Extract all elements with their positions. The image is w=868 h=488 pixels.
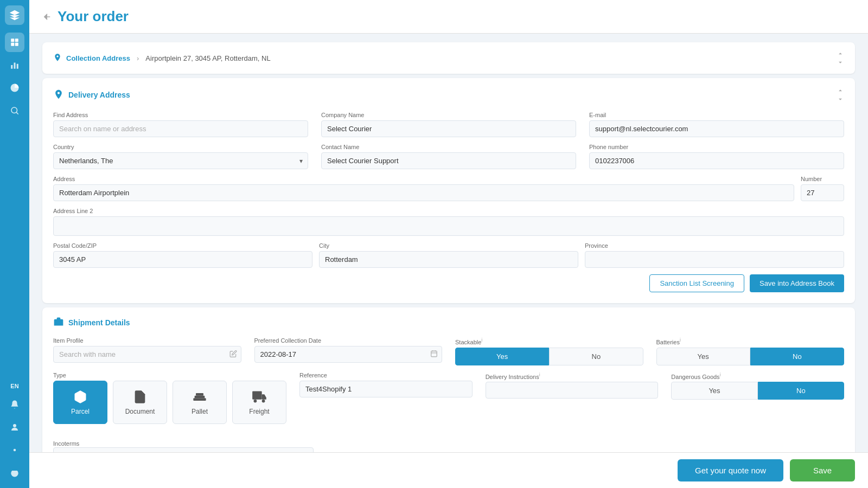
svg-rect-17: [195, 395, 205, 398]
sidebar-item-settings[interactable]: [5, 440, 24, 460]
collection-address-bar: Collection Address › Airportplein 27, 30…: [42, 42, 855, 74]
type-freight-button[interactable]: Freight: [232, 381, 286, 424]
svg-point-20: [254, 399, 257, 402]
address-group: Address: [53, 176, 794, 201]
type-document-button[interactable]: Document: [113, 381, 167, 424]
sidebar-item-home[interactable]: [5, 33, 24, 52]
main-content: Your order Collection Address › Airportp…: [29, 0, 868, 488]
delivery-expand-btn[interactable]: [837, 87, 844, 103]
back-button[interactable]: [42, 12, 52, 22]
delivery-instructions-input[interactable]: [486, 382, 659, 399]
language-selector[interactable]: EN: [10, 383, 18, 389]
company-name-input[interactable]: [321, 120, 576, 137]
dangerous-goods-group: Dangerous Goodsi Yes No: [671, 372, 844, 400]
province-input[interactable]: [585, 251, 844, 268]
batteries-label: Batteriesi: [656, 337, 845, 345]
save-button[interactable]: Save: [790, 459, 855, 481]
find-address-group: Find Address: [53, 112, 308, 137]
type-parcel-label: Parcel: [71, 408, 90, 415]
shipment-title: Shipment Details: [68, 318, 130, 327]
type-pallet-button[interactable]: Pallet: [173, 381, 227, 424]
sidebar-item-dashboard[interactable]: [5, 55, 24, 75]
svg-rect-1: [15, 38, 18, 42]
stackable-yes-button[interactable]: Yes: [455, 348, 549, 365]
dangerous-goods-toggle: Yes No: [671, 382, 844, 400]
address-input[interactable]: [53, 184, 794, 201]
calendar-button[interactable]: [430, 350, 438, 359]
delivery-row2: Country Netherlands, The Germany Belgium…: [53, 144, 844, 169]
delivery-instructions-label: Delivery Instructionsi: [486, 372, 659, 380]
batteries-yes-button[interactable]: Yes: [656, 348, 750, 365]
delivery-address-title: Delivery Address: [68, 91, 130, 99]
type-document-label: Document: [125, 408, 155, 415]
find-address-input[interactable]: [53, 120, 308, 137]
collection-date-input[interactable]: [254, 346, 443, 363]
contact-name-input[interactable]: [321, 152, 576, 169]
item-profile-label: Item Profile: [53, 337, 241, 344]
svg-point-7: [14, 449, 16, 452]
dangerous-goods-label: Dangerous Goodsi: [671, 372, 844, 380]
dangerous-yes-button[interactable]: Yes: [671, 382, 757, 400]
sidebar-item-power[interactable]: [5, 463, 24, 483]
phone-label: Phone number: [589, 144, 844, 150]
sidebar-item-filters[interactable]: [5, 124, 24, 143]
page-header: Your order: [29, 0, 868, 34]
item-profile-input[interactable]: [53, 346, 241, 363]
svg-point-5: [11, 107, 17, 113]
number-input[interactable]: [801, 184, 844, 201]
phone-input[interactable]: [589, 152, 844, 169]
city-input[interactable]: [319, 251, 578, 268]
reference-input[interactable]: [299, 381, 473, 397]
reference-label: Reference: [299, 372, 473, 378]
svg-rect-0: [11, 38, 14, 42]
sidebar-item-search[interactable]: [5, 101, 24, 120]
country-wrapper: Netherlands, The Germany Belgium: [53, 152, 308, 169]
app-logo[interactable]: [5, 5, 24, 25]
sidebar-item-analytics[interactable]: [5, 78, 24, 98]
address-number-row: Address Number: [53, 176, 844, 201]
collection-expand-btn[interactable]: [837, 50, 844, 66]
province-group: Province: [585, 242, 844, 268]
save-address-book-button[interactable]: Save into Address Book: [750, 274, 844, 292]
address-line2-group: Address Line 2: [53, 208, 844, 236]
incoterms-select[interactable]: Delivered at Place (DAP) EXW FCA CPT: [53, 447, 314, 452]
svg-rect-2: [11, 43, 14, 46]
type-selector: Parcel Document Pallet Freight: [53, 381, 286, 424]
get-quote-button[interactable]: Get your quote now: [678, 459, 783, 481]
collection-address-value: Airportplein 27, 3045 AP, Rotterdam, NL: [145, 54, 270, 62]
svg-rect-3: [15, 43, 18, 46]
number-label: Number: [801, 176, 844, 182]
postal-label: Postal Code/ZIP: [53, 242, 312, 249]
type-label: Type: [53, 372, 286, 378]
sidebar-item-user[interactable]: [5, 418, 24, 437]
address-line2-input[interactable]: [53, 216, 844, 236]
type-parcel-button[interactable]: Parcel: [53, 381, 107, 424]
date-wrapper: [254, 346, 443, 363]
delivery-address-section: Delivery Address Find Address Company Na…: [42, 78, 855, 303]
postal-group: Postal Code/ZIP: [53, 242, 312, 268]
email-group: E-mail: [589, 112, 844, 137]
sidebar-item-notifications[interactable]: [5, 395, 24, 414]
svg-rect-9: [431, 351, 437, 357]
sanction-screening-button[interactable]: Sanction List Screening: [649, 274, 744, 292]
contact-name-label: Contact Name: [321, 144, 576, 150]
edit-icon[interactable]: [229, 350, 237, 359]
city-group: City: [319, 242, 578, 268]
delivery-instructions-group: Delivery Instructionsi: [486, 372, 659, 399]
stackable-label: Stackablei: [455, 337, 643, 345]
sidebar: EN: [0, 0, 29, 488]
incoterms-label: Incoterms: [53, 440, 79, 447]
dangerous-no-button[interactable]: No: [758, 382, 844, 400]
country-select[interactable]: Netherlands, The Germany Belgium: [53, 152, 308, 169]
shipment-details-section: Shipment Details Item Profile Preferred …: [42, 307, 855, 452]
postal-input[interactable]: [53, 251, 312, 268]
type-pallet-label: Pallet: [192, 408, 208, 415]
batteries-no-button[interactable]: No: [750, 348, 844, 365]
company-name-label: Company Name: [321, 112, 576, 118]
phone-group: Phone number: [589, 144, 844, 169]
item-profile-group: Item Profile: [53, 337, 241, 365]
stackable-no-button[interactable]: No: [549, 348, 643, 365]
incoterms-group: Incoterms Delivered at Place (DAP) EXW F…: [53, 439, 314, 452]
email-input[interactable]: [589, 120, 844, 137]
shipment-icon: [53, 316, 64, 329]
